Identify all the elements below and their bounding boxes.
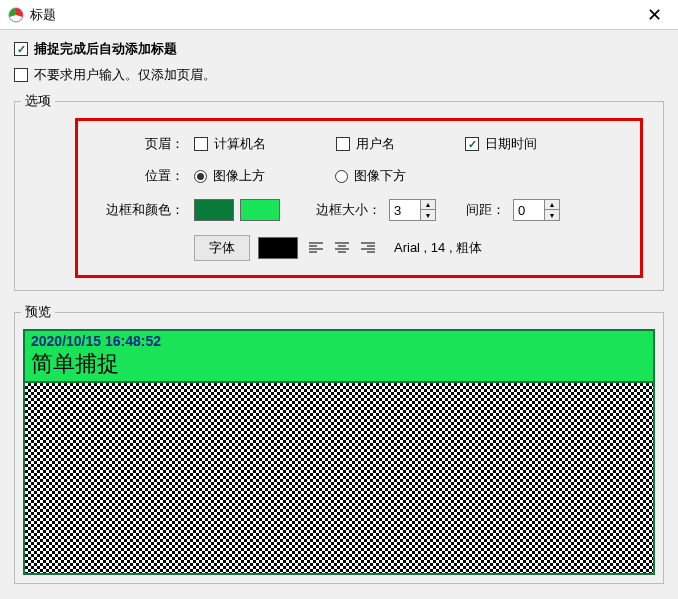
border-size-down[interactable]: ▼	[421, 210, 435, 220]
preview-body	[25, 383, 653, 573]
close-icon[interactable]: ✕	[639, 4, 670, 26]
spacing-label: 间距：	[466, 201, 505, 219]
position-row: 位置： 图像上方 图像下方	[94, 167, 624, 185]
preview-title: 简单捕捉	[31, 349, 647, 379]
preview-fieldset: 预览 2020/10/15 16:48:52 简单捕捉	[14, 303, 664, 584]
date-time-cell: 日期时间	[465, 135, 537, 153]
no-input-checkbox[interactable]	[14, 68, 28, 82]
above-label: 图像上方	[213, 167, 265, 185]
titlebar: 标题 ✕	[0, 0, 678, 30]
user-name-checkbox[interactable]	[336, 137, 350, 151]
date-time-label: 日期时间	[485, 135, 537, 153]
border-size-spinner: ▲ ▼	[420, 200, 435, 220]
border-size-input-wrap: ▲ ▼	[389, 199, 436, 221]
no-input-row: 不要求用户输入。仅添加页眉。	[14, 66, 664, 84]
spacing-spinner: ▲ ▼	[544, 200, 559, 220]
spacing-input-wrap: ▲ ▼	[513, 199, 560, 221]
computer-name-label: 计算机名	[214, 135, 266, 153]
app-icon	[8, 7, 24, 23]
font-description: Arial , 14 , 粗体	[394, 239, 482, 257]
font-button[interactable]: 字体	[194, 235, 250, 261]
align-right-icon[interactable]	[356, 238, 380, 258]
below-label: 图像下方	[354, 167, 406, 185]
font-color-swatch[interactable]	[258, 237, 298, 259]
no-input-label: 不要求用户输入。仅添加页眉。	[34, 66, 216, 84]
spacing-down[interactable]: ▼	[545, 210, 559, 220]
border-color-swatch[interactable]	[194, 199, 234, 221]
user-name-label: 用户名	[356, 135, 395, 153]
border-size-up[interactable]: ▲	[421, 200, 435, 210]
header-row: 页眉： 计算机名 用户名 日期时间	[94, 135, 624, 153]
color-row: 边框和颜色： 边框大小： ▲ ▼ 间距： ▲ ▼	[94, 199, 624, 221]
align-center-icon[interactable]	[330, 238, 354, 258]
dialog-content: 捕捉完成后自动添加标题 不要求用户输入。仅添加页眉。 选项 页眉： 计算机名 用…	[0, 30, 678, 594]
spacing-input[interactable]	[514, 200, 544, 220]
preview-header: 2020/10/15 16:48:52 简单捕捉	[25, 331, 653, 383]
below-radio[interactable]	[335, 170, 348, 183]
computer-name-cell: 计算机名	[194, 135, 266, 153]
options-legend: 选项	[21, 92, 55, 110]
window-title: 标题	[30, 6, 639, 24]
position-label: 位置：	[94, 167, 184, 185]
auto-add-title-row: 捕捉完成后自动添加标题	[14, 40, 664, 58]
border-color-label: 边框和颜色：	[94, 201, 184, 219]
border-size-input[interactable]	[390, 200, 420, 220]
options-fieldset: 选项 页眉： 计算机名 用户名 日期时间 位置：	[14, 92, 664, 291]
above-cell: 图像上方	[194, 167, 265, 185]
user-name-cell: 用户名	[336, 135, 395, 153]
preview-timestamp: 2020/10/15 16:48:52	[31, 333, 647, 349]
auto-add-title-label: 捕捉完成后自动添加标题	[34, 40, 177, 58]
font-row: 字体 Arial , 14 , 粗体	[94, 235, 624, 261]
auto-add-title-checkbox[interactable]	[14, 42, 28, 56]
date-time-checkbox[interactable]	[465, 137, 479, 151]
fill-color-swatch[interactable]	[240, 199, 280, 221]
spacing-up[interactable]: ▲	[545, 200, 559, 210]
border-size-label: 边框大小：	[316, 201, 381, 219]
above-radio[interactable]	[194, 170, 207, 183]
computer-name-checkbox[interactable]	[194, 137, 208, 151]
header-label: 页眉：	[94, 135, 184, 153]
align-left-icon[interactable]	[304, 238, 328, 258]
preview-legend: 预览	[21, 303, 55, 321]
preview-pad: 2020/10/15 16:48:52 简单捕捉	[15, 321, 663, 583]
preview-inner: 2020/10/15 16:48:52 简单捕捉	[23, 329, 655, 575]
options-inner: 页眉： 计算机名 用户名 日期时间 位置： 图像上方	[75, 118, 643, 278]
below-cell: 图像下方	[335, 167, 406, 185]
